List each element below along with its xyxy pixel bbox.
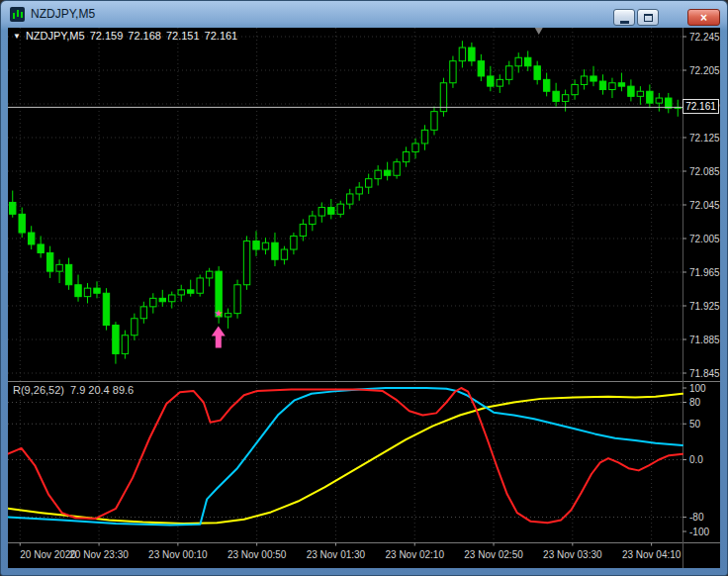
candle-body [666, 98, 672, 108]
chart-window-icon [10, 7, 25, 22]
time-axis-label: 23 Nov 04:10 [622, 549, 682, 560]
time-axis[interactable]: 20 Nov 202020 Nov 23:3023 Nov 00:1023 No… [20, 543, 682, 561]
price-axis-label: 71.845 [689, 368, 720, 379]
candle-body [225, 314, 230, 317]
candle-body [394, 162, 400, 176]
candle-body [19, 214, 25, 233]
candle-body [262, 242, 268, 249]
candle-body [450, 61, 456, 83]
star-marker-icon[interactable]: ★ [214, 308, 223, 319]
high-value: 72.168 [128, 30, 161, 42]
indicator-values: 7.9 20.4 89.6 [70, 384, 134, 396]
candle-body [178, 290, 184, 295]
candle-body [291, 236, 297, 249]
time-axis-label: 23 Nov 02:50 [464, 549, 523, 560]
close-value: 72.161 [205, 30, 238, 42]
candle-body [38, 244, 44, 253]
candles [10, 41, 682, 363]
price-axis-label: 71.885 [689, 335, 720, 345]
candle-body [656, 98, 662, 103]
time-axis-label: 23 Nov 02:10 [385, 549, 444, 560]
titlebar[interactable]: NZDJPY,M5 × [1, 1, 727, 28]
candle-body [506, 66, 512, 80]
candle-body [46, 252, 52, 271]
bid-price-tag: 72.161 [682, 99, 719, 114]
candle-body [243, 241, 249, 285]
grid [8, 28, 682, 543]
indicator-axis-label: 0.0 [689, 454, 703, 465]
open-value: 72.159 [90, 30, 124, 42]
candle-body [515, 57, 521, 66]
indicator-axis-label: 50 [689, 419, 701, 430]
yellow-series-line [8, 394, 682, 524]
candle-body [459, 48, 465, 61]
price-axis-label: 71.925 [689, 301, 720, 312]
red-series-line [8, 388, 682, 523]
indicator-name: R(9,26,52) [13, 384, 64, 396]
candle-body [10, 202, 16, 214]
indicator-label: R(9,26,52)7.9 20.4 89.6 [13, 384, 139, 396]
candle-body [431, 112, 437, 131]
candle-body [421, 130, 427, 144]
candle-body [281, 249, 287, 259]
price-axis-label: 72.125 [689, 133, 720, 144]
time-axis-label: 23 Nov 00:10 [148, 549, 208, 560]
candle-body [132, 319, 137, 336]
indicator-series [8, 388, 682, 525]
candle-body [403, 151, 409, 161]
candle-body [94, 288, 100, 293]
minimize-button[interactable] [613, 9, 635, 26]
candle-body [525, 57, 531, 66]
candle-body [122, 336, 128, 354]
chart-window: NZDJPY,M5 × ★72.24572.20572.16572.12572.… [0, 0, 728, 576]
time-axis-label: 23 Nov 00:50 [228, 549, 287, 560]
candle-body [234, 285, 240, 314]
candle-body [140, 307, 146, 319]
candle-body [609, 83, 615, 90]
candle-body [337, 204, 343, 214]
close-icon: × [700, 11, 707, 25]
time-axis-label: 23 Nov 01:30 [307, 549, 366, 560]
indicator-axis-label: 80 [689, 397, 701, 408]
candle-body [300, 225, 306, 237]
indicator-axis-label: 100 [689, 383, 706, 394]
symbol-label: NZDJPY,M5 [26, 30, 85, 42]
candle-body [197, 278, 203, 293]
candle-body [159, 298, 165, 301]
chevron-down-icon: ▼ [13, 32, 21, 41]
chart-header: ▼NZDJPY,M572.15972.16872.15172.161 [13, 30, 242, 42]
candle-body [188, 290, 194, 293]
time-axis-label: 20 Nov 23:30 [69, 549, 129, 560]
candle-body [534, 66, 540, 80]
candle-body [581, 76, 587, 85]
candle-body [150, 298, 156, 307]
candle-body [572, 84, 578, 94]
candle-body [318, 208, 324, 217]
candle-body [647, 91, 653, 103]
candle-body [365, 179, 371, 188]
indicator-axis-label: -100 [689, 527, 709, 537]
close-button[interactable]: × [687, 9, 720, 26]
price-axis-label: 72.005 [689, 234, 720, 244]
candle-body [356, 187, 362, 194]
candle-body [169, 295, 175, 302]
chart-canvas[interactable]: ★72.24572.20572.16572.12572.08572.04572.… [8, 28, 720, 568]
candle-body [84, 288, 90, 297]
candle-body [562, 95, 568, 102]
restore-icon [644, 14, 653, 22]
restore-button[interactable] [637, 9, 659, 26]
candle-body [75, 285, 81, 297]
low-value: 72.151 [166, 30, 200, 42]
buy-arrow-icon[interactable] [212, 326, 226, 347]
candle-body [253, 241, 259, 250]
time-axis-label: 23 Nov 03:30 [543, 549, 602, 560]
candle-body [272, 242, 278, 259]
candle-body [347, 194, 353, 204]
candle-body [543, 79, 549, 91]
candle-body [478, 61, 484, 76]
candle-body [412, 144, 418, 152]
candle-body [113, 326, 119, 354]
candle-body [375, 170, 381, 179]
price-axis-label: 72.205 [689, 65, 720, 76]
chart-shift-marker-icon [535, 28, 543, 35]
